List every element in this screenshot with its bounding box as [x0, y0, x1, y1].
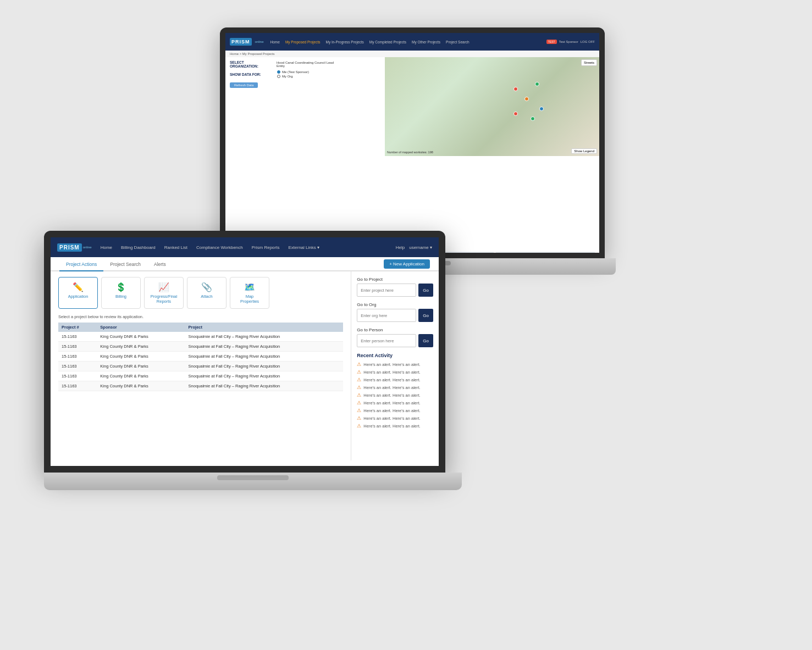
select-org-value: Hood Canal Coordinating Council Lead Ent… — [277, 61, 342, 68]
desktop-nav-home[interactable]: Home — [270, 40, 280, 44]
icon-btn-billing[interactable]: 💲 Billing — [101, 277, 141, 309]
radio-myorg[interactable]: My Org — [277, 75, 309, 78]
cell-sponsor-3: King County DNR & Parks — [97, 352, 185, 362]
table-row[interactable]: 15-1163 King County DNR & Parks Snoqualm… — [58, 342, 343, 352]
alert-icon-4: ⚠ — [357, 385, 361, 390]
front-navbar: PRISM online Home Billing Dashboard Rank… — [51, 237, 439, 257]
select-text: Select a project below to review its app… — [58, 314, 343, 319]
table-row[interactable]: 15-1163 King County DNR & Parks Snoqualm… — [58, 371, 343, 381]
desktop-nav-search[interactable]: Project Search — [446, 40, 469, 44]
front-nav-ranked[interactable]: Ranked List — [164, 245, 187, 250]
desktop-left-panel: SELECT ORGANIZATION: Hood Canal Coordina… — [225, 57, 346, 249]
front-nav-compliance[interactable]: Compliance Workbench — [196, 245, 243, 250]
goto-person-row: Go — [357, 334, 433, 347]
front-logo-box: PRISM online — [57, 243, 92, 252]
goto-org-row: Go — [357, 309, 433, 322]
desktop-nav-proposed[interactable]: My Proposed Projects — [285, 40, 321, 44]
front-nav-right: Help username ▾ — [396, 245, 432, 250]
front-nav-reports[interactable]: Prism Reports — [252, 245, 280, 250]
radio-group: Me (Test Sponsor) My Org — [277, 70, 309, 78]
front-right-sidebar: Go to Project Go Go to Org — [351, 271, 439, 460]
alert-item-3: ⚠ Here's an alert. Here's an alert. — [357, 377, 433, 382]
radio-me[interactable]: Me (Test Sponsor) — [277, 70, 309, 74]
alert-text-6: Here's an alert. Here's an alert. — [363, 401, 420, 405]
select-org-label: SELECT ORGANIZATION: — [230, 60, 273, 68]
map-dot-6 — [531, 116, 535, 121]
alert-item-7: ⚠ Here's an alert. Here's an alert. — [357, 408, 433, 413]
back-screen-outer: PRISM online Home My Proposed Projects M… — [220, 27, 605, 258]
map-icon: 🗺️ — [244, 282, 255, 292]
alert-text-7: Here's an alert. Here's an alert. — [363, 408, 420, 413]
map-streets-btn[interactable]: Streets — [581, 59, 597, 66]
goto-org-btn[interactable]: Go — [418, 309, 433, 322]
cell-sponsor-1: King County DNR & Parks — [97, 332, 185, 342]
col-project-num: Project # — [58, 323, 97, 332]
project-table: Project # Sponsor Project 15-1163 King C… — [58, 323, 343, 391]
desktop-app: PRISM online Home My Proposed Projects M… — [225, 33, 599, 253]
reports-label: Progress/Final Reports — [150, 294, 178, 304]
goto-project-btn[interactable]: Go — [418, 284, 433, 297]
alert-icon-8: ⚠ — [357, 415, 361, 421]
icon-btn-map[interactable]: 🗺️ Map Properties — [230, 277, 269, 309]
desktop-nav-other[interactable]: My Other Projects — [412, 40, 440, 44]
goto-person-input[interactable] — [357, 334, 416, 347]
activity-panel: MY RECENT ACTIVITY Applications: Project… — [496, 252, 595, 253]
cell-proj-num-5: 15-1163 — [58, 371, 97, 381]
cell-project-3: Snoqualmie at Fall City – Raging River A… — [185, 352, 344, 362]
table-row[interactable]: 15-1163 King County DNR & Parks Snoqualm… — [58, 332, 343, 342]
cell-sponsor-5: King County DNR & Parks — [97, 371, 185, 381]
logout-link[interactable]: LOG OFF — [581, 40, 595, 43]
alert-item-5: ⚠ Here's an alert. Here's an alert. — [357, 392, 433, 398]
help-link[interactable]: Help — [396, 245, 405, 250]
map-dot-1 — [513, 87, 518, 91]
goto-project-input[interactable] — [357, 284, 416, 297]
new-application-btn[interactable]: + New Application — [384, 259, 430, 269]
sponsor-link[interactable]: Test Sponsor — [559, 40, 578, 43]
desktop-nav-inprogress[interactable]: My In-Progress Projects — [325, 40, 363, 44]
refresh-btn[interactable]: Refresh Data — [230, 82, 258, 88]
table-body: 15-1163 King County DNR & Parks Snoqualm… — [58, 332, 343, 391]
icon-btn-attach[interactable]: 📎 Attach — [187, 277, 227, 309]
alert-text-2: Here's an alert. Here's an alert. — [363, 370, 420, 375]
alert-icon-6: ⚠ — [357, 400, 361, 405]
tab-alerts[interactable]: Alerts — [147, 257, 173, 271]
tab-project-search[interactable]: Project Search — [103, 257, 147, 271]
alert-item-6: ⚠ Here's an alert. Here's an alert. — [357, 400, 433, 405]
goto-org-label: Go to Org — [357, 302, 433, 307]
tab-project-actions[interactable]: Project Actions — [59, 257, 103, 271]
alert-item-2: ⚠ Here's an alert. Here's an alert. — [357, 369, 433, 375]
table-row[interactable]: 15-1163 King County DNR & Parks Snoqualm… — [58, 362, 343, 371]
alert-text-8: Here's an alert. Here's an alert. — [363, 416, 420, 421]
cell-project-6: Snoqualmie at Fall City – Raging River A… — [185, 381, 344, 391]
goto-project-section: Go to Project Go — [357, 277, 433, 297]
goto-person-section: Go to Person Go — [357, 327, 433, 347]
front-logo-prism: PRISM — [57, 243, 82, 252]
front-tab-bar: Project Actions Project Search Alerts + … — [51, 257, 439, 271]
map-legend-btn[interactable]: Show Legend — [571, 148, 597, 154]
goto-org-input[interactable] — [357, 309, 416, 322]
table-row[interactable]: 15-1163 King County DNR & Parks Snoqualm… — [58, 381, 343, 391]
desktop-right-panel: Streets Number of mapped worksites: 198 … — [346, 57, 599, 249]
desktop-breadcrumb: Home > My Proposed Projects — [225, 51, 599, 57]
front-nav-billing[interactable]: Billing Dashboard — [121, 245, 156, 250]
cell-project-4: Snoqualmie at Fall City – Raging River A… — [185, 362, 344, 371]
cell-project-2: Snoqualmie at Fall City – Raging River A… — [185, 342, 344, 352]
tab-right: + New Application — [384, 259, 430, 269]
back-screen-inner: PRISM online Home My Proposed Projects M… — [225, 33, 599, 253]
icon-btn-reports[interactable]: 📈 Progress/Final Reports — [144, 277, 184, 309]
alert-item-8: ⚠ Here's an alert. Here's an alert. — [357, 415, 433, 421]
front-nav-home[interactable]: Home — [101, 245, 112, 250]
table-row[interactable]: 15-1163 King County DNR & Parks Snoqualm… — [58, 352, 343, 362]
desktop-nav-completed[interactable]: My Completed Projects — [369, 40, 406, 44]
col-project: Project — [185, 323, 344, 332]
front-nav-external[interactable]: External Links ▾ — [288, 245, 319, 250]
front-screen-inner: PRISM online Home Billing Dashboard Rank… — [51, 237, 439, 466]
username-display: username ▾ — [409, 245, 432, 250]
goto-person-btn[interactable]: Go — [418, 334, 433, 347]
icon-btn-application[interactable]: ✏️ Application — [58, 277, 98, 309]
alert-text-1: Here's an alert. Here's an alert. — [363, 362, 420, 367]
alert-text-5: Here's an alert. Here's an alert. — [363, 393, 420, 398]
show-data-label: SHOW DATA FOR: — [230, 73, 274, 76]
cell-project-1: Snoqualmie at Fall City – Raging River A… — [185, 332, 344, 342]
goto-project-row: Go — [357, 284, 433, 297]
